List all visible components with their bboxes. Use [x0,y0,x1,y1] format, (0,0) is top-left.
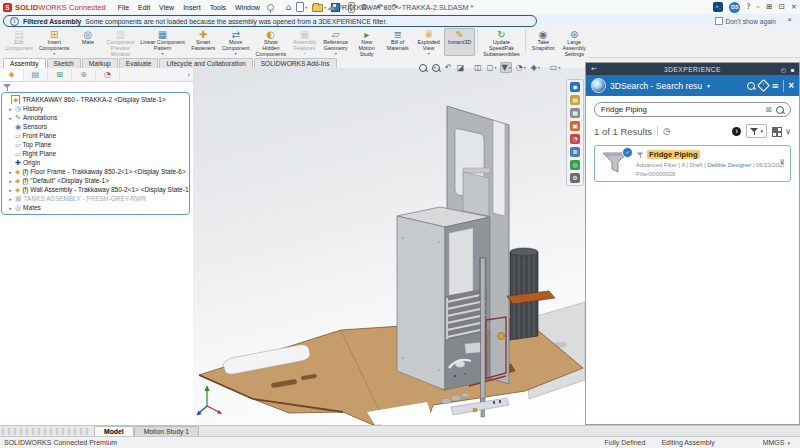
ribbon-new-motion-study-button[interactable]: ▸New Motion Study [351,28,382,56]
pin-menu-icon[interactable] [267,4,274,11]
minimize-icon[interactable]: – [756,2,760,12]
displaymanager-tab-icon[interactable]: ◔ [96,69,120,81]
open-icon[interactable]: ▾ [312,2,326,12]
menu-window[interactable]: Window [235,4,260,11]
clear-search-icon[interactable]: ⊠ [766,106,772,114]
ribbon-move-component-button[interactable]: ⇄Move Component▾ [219,28,253,56]
forum-tab-icon[interactable]: ◎ [570,160,580,170]
menu-insert[interactable]: Insert [183,4,201,11]
widget-title[interactable]: 3DSearch - Search results for... [610,81,702,91]
search-history-icon[interactable]: ◷ [663,126,671,136]
settings-tab-icon[interactable]: ⚙ [570,173,580,183]
ribbon-show-hidden-components-button[interactable]: ◐Show Hidden Components [253,28,290,56]
home-icon[interactable]: ⌂ [286,2,291,12]
3dexperience-compass-icon[interactable] [591,78,606,93]
ribbon-insert-components-button[interactable]: ⊞Insert Components▾ [36,28,73,56]
appearances-icon[interactable]: ◔▾ [515,62,527,73]
ribbon-update-speedpak-subassemblies-button[interactable]: ↻Update SpeedPak Subassemblies [480,28,523,56]
search-result-card[interactable]: ✓ Fridge Piping Advanced Filter | A | Dr… [594,145,791,182]
tree-item[interactable]: ▸◈(f) "Default" <Display State-1> [2,176,189,185]
restore-icon[interactable]: ⊡ [778,2,784,12]
dont-show-again[interactable]: Don't show again [715,17,776,25]
graphics-viewport[interactable] [193,68,585,425]
tree-item[interactable]: ◈TRAKKAWAY 860 - TRAKKA-2 <Display State… [2,95,189,104]
expand-result-chevron-icon[interactable]: ∨ [779,157,785,166]
notification-close-icon[interactable]: × [787,15,792,24]
tree-item[interactable]: ▸◈(f) Floor Frame - Trakkaway 850-2<1> <… [2,167,189,176]
search-input[interactable] [601,104,762,115]
dynamic-annotation-icon[interactable]: ◫ [473,62,483,73]
tab-sketch[interactable]: Sketch [47,58,81,68]
help-icon[interactable]: ? [746,2,750,12]
menu-icon[interactable]: ≡ [772,81,780,91]
filter-dropdown-button[interactable]: ▾ [746,124,767,138]
result-title[interactable]: Fridge Piping [647,150,700,159]
collapse-results-chevron-icon[interactable]: ∨ [785,127,791,136]
apps-grid-icon[interactable]: ⊞ [766,2,772,12]
tree-item[interactable]: ▸◎Mates [2,203,189,212]
tree-item[interactable]: ▱Top Plane [2,140,189,149]
custom-properties-tab-icon[interactable]: ≣ [570,147,580,157]
previous-view-icon[interactable]: ↶ [444,62,453,73]
tab-scroll-area[interactable] [2,428,88,435]
3dexperience-launcher-icon[interactable]: >_ [713,2,723,12]
tree-item[interactable]: ▸◷History [2,104,189,113]
tree-item[interactable]: ▱Front Plane [2,131,189,140]
scene-icon[interactable]: ◈▾ [530,62,541,73]
dimxpert-tab-icon[interactable]: ⊕ [72,69,96,81]
tree-tabs-more-icon[interactable]: › [187,71,190,79]
new-document-icon[interactable]: ▾ [296,2,307,12]
design-library-tab-icon[interactable]: ▤ [570,95,580,105]
tree-item[interactable]: ▸◈(f) Wall Assembly - Trakkaway 850-2<1>… [2,185,189,194]
menu-tools[interactable]: Tools [210,4,226,11]
close-panel-icon[interactable]: × [788,80,794,91]
appearances-scenes-tab-icon[interactable]: ◔ [570,134,580,144]
user-avatar[interactable]: DS [729,2,740,13]
ribbon-smart-fasteners-button[interactable]: ✚Smart Fasteners [188,28,219,56]
tree-item[interactable]: ▸▦TANKS ASSEMBLY - FRESH-GREY-RWR [2,194,189,203]
ribbon-linear-component-pattern-button[interactable]: ▦Linear Component Pattern▾ [137,28,187,56]
tag-icon[interactable] [757,79,770,92]
ribbon-take-snapshot-button[interactable]: ◉Take Snapshot [528,28,559,56]
pin-panel-icon[interactable]: ▪ [790,66,795,73]
search-icon[interactable] [747,82,755,90]
widget-title-chevron-icon[interactable]: ▾ [707,82,710,89]
section-view-icon[interactable]: ◪ [456,62,466,73]
tab-assembly[interactable]: Assembly [3,58,46,68]
submit-search-icon[interactable] [776,106,784,114]
tab-markup[interactable]: Markup [82,58,118,68]
menu-view[interactable]: View [159,4,174,11]
info-icon[interactable]: i [732,127,741,136]
ribbon-bill-of-materials-button[interactable]: ≣Bill of Materials [382,28,413,56]
tree-item[interactable]: ◉Sensors [2,122,189,131]
propertymanager-tab-icon[interactable]: ▤ [24,69,48,81]
configurationmanager-tab-icon[interactable]: ⊞ [48,69,72,81]
tab-solidworks-add-ins[interactable]: SOLIDWORKS Add-Ins [254,58,337,68]
ribbon-mate-button[interactable]: ◎Mate [72,28,103,56]
view-orientation-icon[interactable]: ▼▾ [500,62,511,73]
ribbon-large-assembly-settings-button[interactable]: ⊛Large Assembly Settings [559,28,590,56]
history-clock-icon[interactable]: ◴ [781,66,787,73]
tab-lifecycle-and-collaboration[interactable]: Lifecycle and Collaboration [159,58,252,68]
status-units[interactable]: MMGS [763,439,785,446]
tab-evaluate[interactable]: Evaluate [119,58,159,68]
3dexperience-tab-icon[interactable]: ◉ [570,82,580,92]
close-icon[interactable]: × [791,2,797,12]
menu-edit[interactable]: Edit [138,4,150,11]
featuremanager-tab-icon[interactable]: ◈ [0,69,24,81]
dont-show-again-checkbox[interactable] [715,17,723,25]
ribbon-exploded-view-button[interactable]: ※Exploded View▾ [413,28,444,56]
owner-link[interactable]: Debbie Designer [707,162,751,168]
back-arrow-icon[interactable]: ← [591,65,597,73]
menu-file[interactable]: File [118,4,129,11]
ribbon-instant3d-button[interactable]: ✎Instant3D [444,28,475,56]
ribbon-reference-geometry-button[interactable]: ▱Reference Geometry▾ [320,28,351,56]
view-settings-icon[interactable]: ▭▾ [549,62,562,73]
file-explorer-tab-icon[interactable]: ▦ [570,108,580,118]
tree-item[interactable]: ✚Origin [2,158,189,167]
tree-item[interactable]: ▸✎Annotations [2,113,189,122]
display-style-icon[interactable]: ◻▾ [486,62,498,73]
tree-item[interactable]: ▱Right Plane [2,149,189,158]
search-field[interactable]: ⊠ [594,102,791,117]
tree-filter-icon[interactable] [3,83,11,91]
